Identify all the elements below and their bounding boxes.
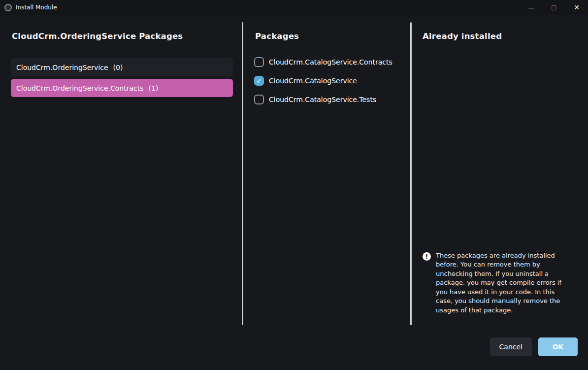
title-bar: Install Module — ▢ ✕	[0, 0, 588, 15]
ok-button[interactable]: OK	[538, 337, 578, 356]
project-row-orderingservice[interactable]: CloudCrm.OrderingService (0)	[11, 58, 233, 76]
already-installed-header: Already installed	[422, 29, 579, 48]
package-row-catalogservice[interactable]: ✓ CloudCrm.CatalogService	[254, 76, 402, 86]
window-title: Install Module	[16, 4, 57, 11]
project-count-badge: (0)	[113, 64, 123, 71]
info-icon: !	[423, 252, 431, 261]
checkbox[interactable]: ✓	[254, 95, 264, 104]
cancel-button[interactable]: Cancel	[490, 337, 532, 356]
check-icon: ✓	[257, 78, 262, 84]
close-icon: ✕	[574, 3, 580, 11]
projects-panel-header: CloudCrm.OrderingService Packages	[11, 29, 233, 48]
dialog-content: CloudCrm.OrderingService Packages CloudC…	[0, 15, 588, 370]
close-button[interactable]: ✕	[565, 0, 588, 15]
packages-list: ✓ CloudCrm.CatalogService.Contracts ✓ Cl…	[254, 57, 402, 104]
project-label: CloudCrm.OrderingService.Contracts	[16, 84, 144, 92]
minimize-icon: —	[528, 4, 535, 11]
info-note: ! These packages are already installed b…	[423, 251, 570, 315]
checkbox[interactable]: ✓	[254, 76, 264, 86]
packages-panel-header: Packages	[254, 29, 402, 48]
package-row-catalogservice-tests[interactable]: ✓ CloudCrm.CatalogService.Tests	[254, 95, 402, 104]
package-label: CloudCrm.CatalogService.Contracts	[269, 58, 392, 66]
column-divider	[410, 22, 412, 325]
project-row-orderingservice-contracts[interactable]: CloudCrm.OrderingService.Contracts (1)	[11, 79, 233, 97]
dialog-footer: Cancel OK	[490, 337, 578, 356]
package-row-catalogservice-contracts[interactable]: ✓ CloudCrm.CatalogService.Contracts	[254, 57, 402, 67]
packages-panel: Packages ✓ CloudCrm.CatalogService.Contr…	[254, 29, 402, 104]
app-icon	[4, 4, 12, 11]
checkbox[interactable]: ✓	[254, 57, 264, 67]
projects-panel: CloudCrm.OrderingService Packages CloudC…	[11, 29, 233, 100]
package-label: CloudCrm.CatalogService.Tests	[269, 96, 376, 103]
minimize-button[interactable]: —	[520, 0, 543, 15]
already-installed-panel: Already installed ! These packages are a…	[422, 29, 579, 339]
projects-list: CloudCrm.OrderingService (0) CloudCrm.Or…	[11, 58, 233, 97]
install-module-window: Install Module — ▢ ✕ CloudCrm.OrderingSe…	[0, 0, 588, 370]
maximize-button[interactable]: ▢	[543, 0, 565, 15]
project-count-badge: (1)	[149, 84, 159, 92]
package-label: CloudCrm.CatalogService	[269, 77, 357, 85]
project-label: CloudCrm.OrderingService	[16, 64, 108, 71]
maximize-icon: ▢	[551, 4, 556, 11]
column-divider	[242, 22, 243, 325]
info-note-text: These packages are already installed bef…	[436, 251, 568, 315]
